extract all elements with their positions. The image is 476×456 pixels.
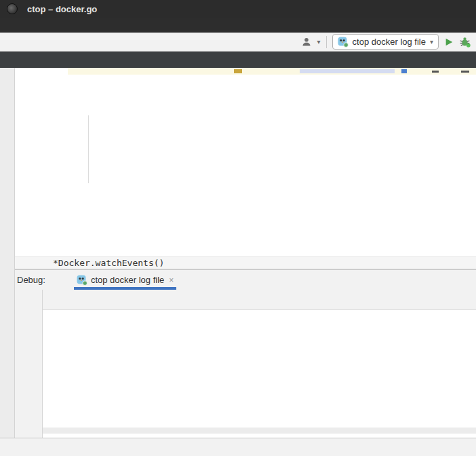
debug-left-toolbar: [15, 290, 42, 438]
code-editor[interactable]: [15, 68, 476, 256]
editor-tab-bar: [0, 52, 476, 68]
user-icon[interactable]: [301, 37, 312, 48]
title-bar: ctop – docker.go: [0, 0, 476, 18]
log-console[interactable]: [43, 310, 476, 428]
highlight-fragment: [401, 69, 407, 73]
run-configuration-select[interactable]: ctop docker log file ▾: [332, 34, 439, 50]
horizontal-scrollbar[interactable]: [43, 428, 476, 434]
close-icon[interactable]: ×: [169, 276, 174, 285]
toolbar-right: ▾ ctop docker log file ▾: [301, 34, 476, 50]
selection-fragment: [300, 69, 395, 73]
window-button-icon[interactable]: [7, 3, 18, 14]
run-configuration-label: ctop docker log file: [353, 37, 426, 47]
debug-view-tabs: [43, 290, 476, 310]
run-button[interactable]: [444, 37, 454, 47]
chevron-down-icon: ▾: [317, 38, 321, 45]
debug-session-tab-label: ctop docker log file: [91, 275, 164, 285]
debug-content: [42, 290, 476, 438]
text-fragment: [432, 71, 439, 73]
debug-tool-window-header: Debug: ctop docker log file ×: [15, 269, 476, 290]
highlight-fragment: [234, 69, 242, 73]
go-run-config-icon: [338, 37, 349, 48]
menu-bar: [0, 18, 476, 33]
debug-session-tab[interactable]: ctop docker log file ×: [74, 270, 176, 290]
indent-guide: [88, 115, 89, 183]
window-title: ctop – docker.go: [27, 4, 97, 14]
navigation-toolbar: ▾ ctop docker log file ▾: [0, 33, 476, 52]
tool-window-strip: [0, 68, 15, 438]
go-run-config-icon: [77, 275, 87, 286]
toolbar-divider: [326, 36, 327, 48]
enclosing-function-label: *Docker.watchEvents(): [53, 258, 164, 268]
status-bar: [0, 438, 476, 456]
debug-button[interactable]: [459, 36, 471, 48]
partial-line: [68, 68, 476, 75]
sticky-context-line[interactable]: *Docker.watchEvents(): [15, 256, 476, 269]
chevron-down-icon: ▾: [430, 38, 433, 45]
text-fragment: [461, 71, 469, 73]
debug-panel-label: Debug:: [17, 275, 45, 285]
